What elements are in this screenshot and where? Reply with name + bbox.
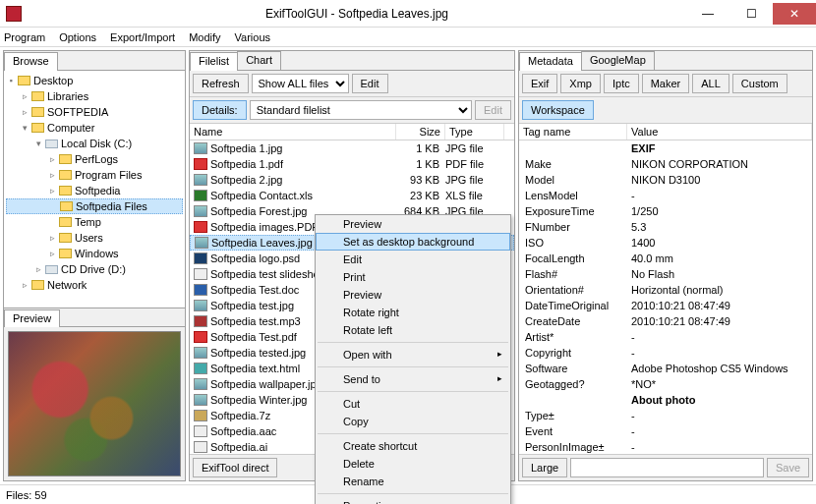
ctx-rename[interactable]: Rename xyxy=(316,473,510,490)
tree-item[interactable]: ▹Windows xyxy=(6,246,183,261)
metadata-row[interactable]: Flash#No Flash xyxy=(519,266,812,282)
details-button[interactable]: Details: xyxy=(193,100,247,120)
tree-item[interactable]: Softpedia Files xyxy=(6,198,183,214)
ctx-properties[interactable]: Properties xyxy=(316,497,510,504)
metadata-row[interactable]: EXIF xyxy=(519,140,812,156)
metadata-list[interactable]: Tag name Value EXIFMakeNIKON CORPORATION… xyxy=(519,124,812,454)
menu-various[interactable]: Various xyxy=(235,31,270,43)
ctx-open-with[interactable]: Open with xyxy=(316,346,510,364)
metadata-row[interactable]: Orientation#Horizontal (normal) xyxy=(519,282,812,298)
file-row[interactable]: Softpedia Contact.xls23 KBXLS file xyxy=(190,188,514,203)
metadata-row[interactable]: DateTimeOriginal2010:10:21 08:47:49 xyxy=(519,298,812,313)
tree-item[interactable]: ▹Libraries xyxy=(6,88,183,104)
metadata-row[interactable]: Event- xyxy=(519,423,812,439)
col-tagname[interactable]: Tag name xyxy=(519,124,627,140)
filelist-header[interactable]: Name Size Type xyxy=(190,124,514,140)
metadata-row[interactable]: ExposureTime1/250 xyxy=(519,203,812,219)
edit-filter-button[interactable]: Edit xyxy=(352,74,388,93)
menubar: Program Options Export/Import Modify Var… xyxy=(0,28,816,47)
tree-item[interactable]: ▾Local Disk (C:) xyxy=(6,136,183,151)
tab-googlemap[interactable]: GoogleMap xyxy=(581,51,655,70)
menu-program[interactable]: Program xyxy=(4,31,45,43)
metadata-row[interactable]: MakeNIKON CORPORATION xyxy=(519,156,812,172)
ctx-rotate-left[interactable]: Rotate left xyxy=(316,321,510,339)
metadata-row[interactable]: Geotagged?*NO* xyxy=(519,376,812,392)
meta-btn-xmp[interactable]: Xmp xyxy=(560,74,601,93)
metadata-row[interactable]: Artist*- xyxy=(519,329,812,345)
tree-item[interactable]: ▹Users xyxy=(6,230,183,246)
metadata-row[interactable]: CreateDate2010:10:21 08:47:49 xyxy=(519,313,812,329)
metadata-row[interactable]: Copyright- xyxy=(519,345,812,361)
close-button[interactable]: ✕ xyxy=(773,3,816,25)
context-menu[interactable]: PreviewSet as desktop backgroundEditPrin… xyxy=(315,214,511,504)
ctx-rotate-right[interactable]: Rotate right xyxy=(316,304,510,321)
tree-item[interactable]: ▹PerfLogs xyxy=(6,151,183,167)
metadata-row[interactable]: FocalLength40.0 mm xyxy=(519,251,812,266)
ctx-print[interactable]: Print xyxy=(316,268,510,286)
meta-btn-maker[interactable]: Maker xyxy=(642,74,690,93)
ctx-send-to[interactable]: Send to xyxy=(316,370,510,388)
tree-item[interactable]: ▹Softpedia xyxy=(6,183,183,198)
maximize-button[interactable]: ☐ xyxy=(729,3,773,25)
ctx-delete[interactable]: Delete xyxy=(316,455,510,473)
tree-item[interactable]: ▹Network xyxy=(6,277,183,293)
filter-select[interactable]: Show ALL files xyxy=(252,74,349,93)
menu-export-import[interactable]: Export/Import xyxy=(110,31,175,43)
large-button[interactable]: Large xyxy=(522,458,567,477)
folder-tree[interactable]: ▪Desktop▹Libraries▹SOFTPEDIA▾Computer▾Lo… xyxy=(4,71,185,308)
ctx-create-shortcut[interactable]: Create shortcut xyxy=(316,437,510,455)
exiftool-direct-button[interactable]: ExifTool direct xyxy=(193,458,277,477)
metadata-row[interactable]: Type±- xyxy=(519,408,812,423)
listmode-select[interactable]: Standard filelist xyxy=(250,100,472,120)
metadata-row[interactable]: ISO1400 xyxy=(519,235,812,251)
tab-browse[interactable]: Browse xyxy=(4,52,58,71)
metadata-row[interactable]: SoftwareAdobe Photoshop CS5 Windows xyxy=(519,361,812,376)
file-count: Files: 59 xyxy=(6,489,47,501)
metadata-row[interactable]: ModelNIKON D3100 xyxy=(519,172,812,188)
metadata-row[interactable]: LensModel- xyxy=(519,188,812,203)
tree-item[interactable]: ▹CD Drive (D:) xyxy=(6,261,183,277)
meta-btn-exif[interactable]: Exif xyxy=(522,74,557,93)
browse-panel: Browse ▪Desktop▹Libraries▹SOFTPEDIA▾Comp… xyxy=(3,50,186,481)
file-icon xyxy=(194,300,207,311)
metadata-row[interactable]: FNumber5.3 xyxy=(519,219,812,235)
col-type[interactable]: Type xyxy=(445,124,504,140)
save-button: Save xyxy=(767,458,809,477)
ctx-preview[interactable]: Preview xyxy=(316,215,510,233)
file-icon xyxy=(194,410,207,421)
col-value[interactable]: Value xyxy=(627,124,812,140)
minimize-button[interactable]: — xyxy=(686,3,729,25)
tab-chart[interactable]: Chart xyxy=(237,51,281,70)
tree-item[interactable]: Temp xyxy=(6,214,183,230)
menu-modify[interactable]: Modify xyxy=(189,31,220,43)
file-row[interactable]: Softpedia 1.pdf1 KBPDF file xyxy=(190,156,514,172)
file-row[interactable]: Softpedia 1.jpg1 KBJPG file xyxy=(190,140,514,156)
edit-listmode-button: Edit xyxy=(475,100,511,120)
ctx-copy[interactable]: Copy xyxy=(316,413,510,430)
tab-filelist[interactable]: Filelist xyxy=(190,52,238,71)
tab-metadata[interactable]: Metadata xyxy=(519,52,582,71)
tree-item[interactable]: ▾Computer xyxy=(6,120,183,136)
workspace-button[interactable]: Workspace xyxy=(522,100,594,120)
ctx-preview[interactable]: Preview xyxy=(316,286,510,304)
metadata-row[interactable]: About photo xyxy=(519,392,812,408)
ctx-set-as-desktop-background[interactable]: Set as desktop background xyxy=(316,233,510,251)
tree-item[interactable]: ▪Desktop xyxy=(6,73,183,88)
col-name[interactable]: Name xyxy=(190,124,396,140)
tree-item[interactable]: ▹Program Files xyxy=(6,167,183,183)
ctx-edit[interactable]: Edit xyxy=(316,251,510,268)
meta-btn-custom[interactable]: Custom xyxy=(732,74,787,93)
meta-btn-all[interactable]: ALL xyxy=(692,74,729,93)
menu-options[interactable]: Options xyxy=(59,31,96,43)
col-size[interactable]: Size xyxy=(396,124,445,140)
file-row[interactable]: Softpedia 2.jpg93 KBJPG file xyxy=(190,172,514,188)
meta-btn-iptc[interactable]: Iptc xyxy=(604,74,639,93)
metadata-header[interactable]: Tag name Value xyxy=(519,124,812,140)
ctx-cut[interactable]: Cut xyxy=(316,395,510,413)
tree-item[interactable]: ▹SOFTPEDIA xyxy=(6,104,183,120)
metadata-row[interactable]: PersonInImage±- xyxy=(519,439,812,454)
tab-preview[interactable]: Preview xyxy=(4,309,60,327)
refresh-button[interactable]: Refresh xyxy=(193,74,249,93)
metadata-value-input[interactable] xyxy=(570,458,764,477)
file-icon xyxy=(194,441,207,453)
